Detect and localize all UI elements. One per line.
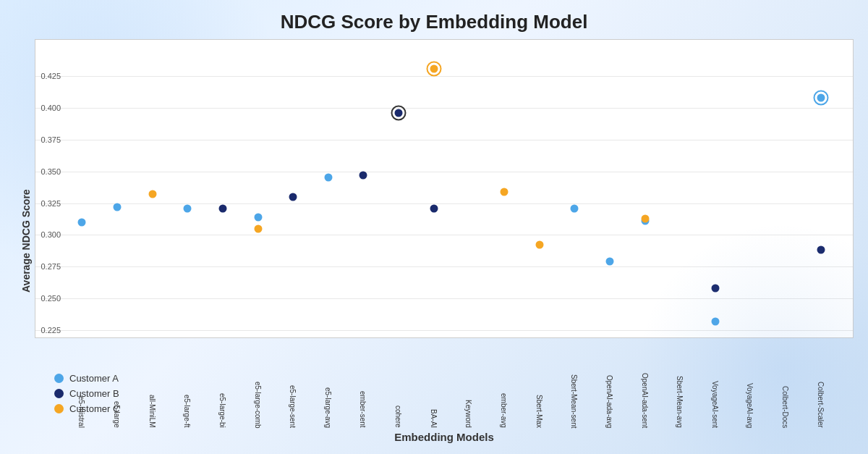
x-label-e5-large-bi: e5-large-bi [218, 393, 226, 428]
x-label-all-MiniLM: all-MiniLM [148, 395, 156, 428]
data-point-customerA-e5-large-comb [254, 213, 262, 221]
data-point-customerB-ember-sent [359, 171, 367, 179]
y-tick-label: 0.375 [41, 135, 61, 144]
plot-container: 0.4250.4000.3750.3500.3250.3000.2750.250… [35, 39, 854, 443]
y-tick-label: 0.325 [41, 199, 61, 208]
x-label-OpenAI-ada-sent: OpenAI-ada-sent [641, 373, 648, 428]
legend-label: Customer C [69, 403, 119, 414]
data-point-customerA-e5-large-avg [324, 174, 332, 182]
data-point-customerB-e5-large-bi [218, 204, 226, 212]
data-point-customerB-Colbert-Scaler [817, 246, 825, 254]
chart-wrapper: NDCG Score by Embedding Model Average ND… [14, 11, 854, 443]
x-label-ember-sent: ember-sent [359, 391, 366, 428]
legend: Customer ACustomer BCustomer C [54, 373, 119, 414]
legend-item: Customer B [54, 388, 119, 399]
chart-title: NDCG Score by Embedding Model [281, 11, 588, 33]
data-point-customerC-ember-avg [500, 188, 508, 196]
y-axis-label: Average NDCG Score [14, 39, 35, 443]
x-label-e5-large-sent: e5-large-sent [289, 385, 296, 428]
data-point-customerA-VoyageAI-sent [711, 317, 719, 325]
x-label-Sbert-Max: Sbert-Max [535, 395, 542, 428]
x-label-Colbert-Docs: Colbert-Docs [781, 386, 788, 428]
y-tick-label: 0.250 [41, 294, 61, 303]
x-label-cohere: cohere [394, 405, 401, 428]
x-axis-labels: e5-mistrale5-largeall-MiniLMe5-large-fte… [35, 341, 852, 428]
data-point-customerA-e5-large [113, 203, 121, 211]
x-label-ember-avg: ember-avg [500, 393, 507, 428]
data-point-customerB-VoyageAI-sent [711, 285, 719, 293]
x-label-Sbert-Mean-avg: Sbert-Mean-avg [676, 376, 683, 428]
x-label-OpenAI-ada-avg: OpenAI-ada-avg [605, 375, 613, 428]
legend-label: Customer B [69, 388, 119, 399]
x-label-e5-large-comb: e5-large-comb [254, 382, 261, 428]
x-label-VoyageAI-avg: VoyageAI-avg [746, 383, 753, 428]
legend-dot [54, 404, 64, 413]
plot-box: 0.4250.4000.3750.3500.3250.3000.2750.250… [35, 39, 854, 338]
data-point-customerC-all-MiniLM [148, 190, 156, 198]
data-point-customerA-e5-large-ft [184, 204, 192, 212]
chart-area: Average NDCG Score 0.4250.4000.3750.3500… [14, 39, 854, 443]
x-label-Sbert-Mean-sent: Sbert-Mean-sent [570, 374, 577, 428]
y-tick-label: 0.425 [41, 72, 61, 80]
x-axis-title: Embedding Models [35, 431, 854, 443]
data-point-customerC-OpenAI-ada-sent [641, 214, 649, 222]
y-tick-label: 0.350 [41, 167, 61, 176]
x-label-VoyageAI-sent: VoyageAI-sent [711, 381, 718, 428]
data-point-customerA-Colbert-Scaler [817, 93, 825, 101]
x-label-e5-large-avg: e5-large-avg [324, 387, 331, 428]
y-tick-label: 0.400 [41, 104, 61, 112]
x-label-e5-large-ft: e5-large-ft [183, 395, 190, 428]
y-tick-label: 0.275 [41, 262, 61, 271]
y-tick-label: 0.300 [41, 230, 61, 239]
data-point-customerA-OpenAI-ada-avg [605, 258, 613, 266]
data-point-customerC-Sbert-Max [535, 241, 543, 249]
data-point-customerC-e5-large-comb [254, 224, 262, 232]
legend-dot [54, 374, 64, 383]
x-label-Colbert-Scaler: Colbert-Scaler [817, 382, 824, 428]
legend-label: Customer A [69, 373, 119, 384]
data-point-customerA-Sbert-Mean-sent [571, 204, 579, 212]
legend-dot [54, 389, 64, 398]
x-label-Keyword: Keyword [464, 400, 472, 428]
data-point-customerB-cohere [395, 109, 403, 117]
data-point-customerA-e5-mistral [78, 218, 86, 226]
data-point-customerB-BA-AI [430, 204, 438, 212]
x-label-BA-AI: BA-AI [430, 409, 437, 428]
data-point-customerC-BA-AI [430, 64, 438, 72]
legend-item: Customer C [54, 403, 119, 414]
legend-item: Customer A [54, 373, 119, 384]
data-point-customerB-e5-large-sent [289, 193, 297, 201]
y-tick-label: 0.225 [41, 326, 61, 335]
